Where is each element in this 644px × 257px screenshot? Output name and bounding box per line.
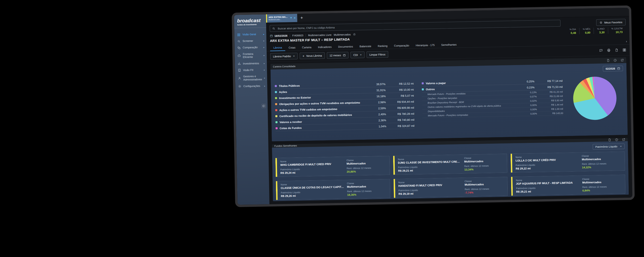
sidebar-item-label: Gestores e Administradores (243, 75, 262, 81)
period-button[interactable]: 12 meses (327, 52, 349, 59)
person-icon (238, 77, 241, 80)
comment-icon[interactable] (599, 49, 603, 52)
fund-aum: R$ 29,26 mi (281, 193, 344, 198)
tab-cotas[interactable]: Cotas (285, 45, 299, 51)
allocation-value: R$ 324,87 mil (388, 124, 414, 128)
sub-value: R$ 41,33 mil (537, 91, 563, 94)
sidebar-item-label: Visão Geral (243, 33, 261, 36)
external-link-icon[interactable] (622, 138, 625, 141)
favorites-button[interactable]: Meus Favoritos (596, 19, 626, 26)
external-link-icon[interactable] (621, 59, 624, 62)
sub-value: R$ 5,93 mil (537, 99, 563, 102)
allocation-table-left: Títulos Públicos39,97%R$ 12,52 mi Ações3… (275, 80, 414, 131)
fund-return: 6,84% (582, 188, 622, 192)
sort-dropdown-value: Patrimônio Líquido (595, 145, 617, 148)
field-label: Classe (464, 156, 504, 160)
chevron-down-icon: ▼ (293, 55, 295, 57)
fundos-semelhantes-panel: Fundos Semelhantes Patrimônio Líquido ▼ (272, 138, 629, 201)
fund-return: 18,36% (347, 192, 387, 196)
tab-comparacao[interactable]: Comparação (391, 43, 413, 49)
file-icon[interactable] (607, 59, 610, 62)
legend-swatch (275, 109, 277, 111)
similar-fund-card[interactable]: NomeDJM2 CLASSE DE INVESTIMENTO MULT CRE… (393, 154, 507, 175)
benchmark-dropdown[interactable]: CDI ▼ (350, 52, 365, 58)
tab-lamina[interactable]: Lâmina (270, 45, 285, 51)
close-icon[interactable]: ✕ (294, 17, 296, 19)
sidebar-item-visao-fii[interactable]: Visão FII ▸ (235, 67, 267, 74)
sidebar-item-visao-geral[interactable]: Visão Geral ▸ (234, 31, 266, 38)
info-icon[interactable] (614, 59, 617, 62)
allocation-pct: 39,97% (370, 82, 385, 86)
preset-dropdown-label: Lâmina Padrão (273, 55, 291, 58)
allocation-pct: 31,91% (370, 88, 386, 92)
tab-semelhantes[interactable]: Semelhantes (438, 42, 460, 48)
allocation-label: Títulos Públicos (279, 83, 368, 87)
clear-filters-button[interactable]: Limpar Filtros (367, 51, 388, 58)
new-tab-button[interactable]: + (297, 14, 306, 22)
fund-aum: R$ 29,24 mi (280, 170, 344, 175)
search-icon (272, 27, 275, 30)
search-input[interactable] (277, 21, 558, 30)
fund-class: Multimercados (582, 157, 621, 161)
chevron-right-icon: ▸ (264, 85, 265, 87)
new-sheet-button[interactable]: + Nova Lâmina (300, 52, 325, 59)
tab-indicadores[interactable]: Indicadores (315, 44, 335, 50)
allocation-label: Certificado ou recibo de depósito de val… (279, 113, 368, 117)
info-icon[interactable] (615, 138, 618, 141)
tab-hierarquia[interactable]: Hierarquia - 175 (412, 42, 438, 48)
allocation-label: Ações e outros TVM cedidos em empréstimo (279, 107, 368, 111)
performance-stats: % DIA 0,48 % MÊS 0,80 % ANO 3,30 % 12ULT… (566, 27, 626, 34)
sidebar-collapse-toggle[interactable] (262, 104, 266, 108)
similar-funds-grid: NomeWHG CAMBRIDGE FI MULT CRED PRIV Clas… (275, 151, 626, 200)
sub-value: R$ 143,00 (537, 112, 563, 115)
legend-swatch (422, 88, 424, 90)
layout-grid-icon[interactable] (623, 48, 626, 52)
similar-fund-card[interactable]: NomeWHG CAMBRIDGE FI MULT CRED PRIV Clas… (275, 156, 390, 177)
allocation-value: R$ 10,00 mi (388, 88, 414, 91)
sidebar-item-investimentos[interactable]: Investimentos ▸ (235, 60, 267, 67)
sort-dropdown[interactable]: Patrimônio Líquido ▼ (592, 143, 625, 149)
divider (290, 34, 290, 37)
similar-fund-card[interactable]: NomeCLASSE ÚNICA DE COTAS DO LEGACY CAPI… (276, 179, 390, 200)
field-label: Rent. últimos 12 meses (582, 185, 622, 188)
allocation-pct: 2,98% (370, 100, 386, 104)
sidebar-item-comparacao[interactable]: Comparação ▸ (234, 44, 266, 51)
field-label: Classe (582, 177, 622, 180)
allocation-pct: 0,23% (519, 86, 535, 89)
preset-dropdown[interactable]: Lâmina Padrão ▼ (270, 53, 298, 60)
fund-tab[interactable]: ARX EXTRA MA... Multimercado... ✕ (266, 14, 297, 23)
field-label: Rent. últimos 12 meses (347, 189, 387, 193)
similar-fund-card[interactable]: NomeLOLLA 2 CIC MULT CRÉD PRIV ClasseMul… (511, 151, 625, 173)
month-picker[interactable]: 02/2026 (603, 66, 623, 71)
allocation-pct: 0,25% (519, 80, 534, 83)
fund-name: WHG CAMBRIDGE FI MULT CRED PRIV (280, 162, 344, 167)
fund-name: DJM2 CLASSE DE INVESTIMENTO MULT CRED PR… (398, 160, 461, 164)
tab-balancete[interactable]: Balancete (356, 43, 375, 49)
file-icon[interactable] (615, 48, 618, 52)
allocation-pct: 1,04% (371, 125, 386, 128)
month-picker-value: 02/2026 (606, 67, 615, 70)
tab-ranking[interactable]: Ranking (375, 43, 391, 49)
panel-collapse-icon (262, 105, 265, 107)
favorite-star-icon[interactable] (353, 33, 356, 36)
calendar-icon (343, 54, 346, 57)
sidebar-item-configuracoes[interactable]: Configurações ▸ (235, 83, 267, 90)
sidebar-item-gestores-administradores[interactable]: Gestores e Administradores ▸ (235, 73, 267, 83)
sidebar-item-screener[interactable]: Screener ▸ (234, 37, 266, 44)
field-label: Classe (582, 154, 621, 157)
pin-icon[interactable] (290, 17, 292, 19)
file-icon[interactable] (608, 138, 611, 141)
print-icon[interactable] (607, 48, 611, 52)
field-label: Rent. últimos 12 meses (465, 187, 504, 191)
sidebar-item-fronteira-eficiente[interactable]: Fronteira Eficiente ▸ (235, 50, 267, 61)
sidebar-item-label: Screener (243, 39, 261, 43)
tab-documentos[interactable]: Documentos (335, 44, 356, 50)
legend-swatch (275, 91, 277, 93)
similar-fund-card[interactable]: NomeHANDSTAND FI MULT CRED PRIV ClasseMu… (393, 177, 508, 198)
fund-return: 13,34% (464, 167, 504, 171)
similar-fund-card[interactable]: NomeJGP AQUARIUS FIF MULT - RESP LIMITAD… (511, 175, 626, 196)
tab-carteira[interactable]: Carteira (299, 45, 315, 50)
tabs-overflow-chevron[interactable]: › (626, 39, 627, 43)
stat-mes: % MÊS 0,80 (579, 28, 593, 34)
fund-code: FI408603 (292, 34, 303, 37)
